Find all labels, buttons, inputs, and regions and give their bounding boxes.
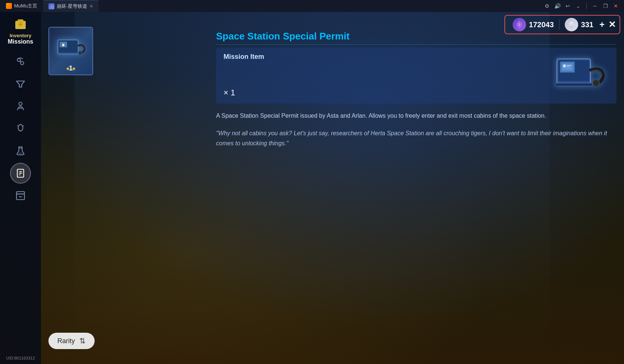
main-content: 📋 ★ ★ 1 Rarity ⇅ (41, 12, 624, 364)
rarity-filter-button[interactable]: Rarity ⇅ (48, 333, 95, 349)
relic-icon (15, 123, 26, 134)
svg-rect-1 (18, 19, 23, 22)
detail-device-icon (553, 51, 609, 100)
add-currency-button[interactable]: + (597, 19, 607, 30)
detail-panel: Space Station Special Permit Mission Ite… (209, 12, 624, 364)
restore-button[interactable]: ❐ (602, 2, 609, 10)
title-bar: MuMu主页 ☆ 崩坏·星穹铁道 ✕ ⚙ 🔊 ↩ ⌄ ─ ❐ ✕ (0, 0, 624, 12)
game-tab[interactable]: ☆ 崩坏·星穹铁道 ✕ (43, 0, 98, 12)
sidebar-nav: ! (10, 51, 31, 356)
item-image-area: 📋 (54, 31, 88, 64)
minimize-button[interactable]: ─ (591, 2, 599, 10)
detail-item-count: × 1 (224, 88, 235, 98)
material-icon (15, 145, 26, 156)
sidebar-item-archive[interactable] (10, 185, 31, 206)
sidebar-item-character[interactable] (10, 96, 31, 117)
app-tab[interactable]: MuMu主页 (0, 3, 43, 9)
sidebar-logo[interactable]: Inventory Missions (8, 16, 33, 45)
app-name: MuMu主页 (14, 3, 37, 9)
svg-point-10 (19, 152, 23, 154)
currency-divider (559, 19, 560, 30)
mission-icon: ! (15, 168, 26, 179)
currency-bar: 172043 331 + ✕ (504, 15, 620, 34)
uid-label: UID:801163312 (6, 356, 35, 364)
detail-description: A Space Station Special Permit issued by… (216, 111, 617, 121)
svg-point-37 (593, 80, 599, 86)
svg-rect-3 (20, 23, 21, 26)
svg-rect-35 (567, 65, 571, 66)
svg-rect-38 (555, 83, 592, 86)
stellar-jade-value: 172043 (529, 20, 554, 29)
detail-quote: "Why not all cabins you ask? Let's just … (216, 128, 617, 148)
backpack-icon (12, 16, 29, 32)
svg-rect-36 (567, 67, 570, 67)
detail-item-box: Mission Item × 1 (216, 48, 617, 104)
sort-icon: ⇅ (79, 336, 86, 345)
sidebar-item-link[interactable] (10, 51, 31, 72)
svg-point-28 (78, 51, 82, 55)
undo-icon[interactable]: ↩ (564, 2, 571, 10)
svg-point-5 (20, 61, 24, 65)
detail-item-type: Mission Item (224, 53, 264, 61)
sidebar-item-relic[interactable] (10, 118, 31, 139)
game-tab-icon: ☆ (48, 3, 54, 9)
window-controls: ⚙ 🔊 ↩ ⌄ ─ ❐ ✕ (543, 2, 624, 10)
rarity-label: Rarity (57, 337, 75, 345)
permit-device-icon: 📋 (54, 32, 88, 62)
sidebar: Inventory Missions (0, 12, 41, 364)
oneiric-shard-icon (565, 18, 578, 31)
sidebar-item-filter[interactable] (10, 73, 31, 94)
character-icon (15, 101, 26, 112)
stellar-jade-icon (513, 18, 526, 31)
items-panel: 📋 ★ ★ 1 Rarity ⇅ (41, 12, 209, 364)
sidebar-item-material[interactable] (10, 140, 31, 161)
svg-text:📋: 📋 (61, 43, 65, 47)
svg-text:!: ! (20, 170, 21, 175)
dropdown-icon[interactable]: ⌄ (574, 2, 582, 10)
missions-label: Missions (8, 38, 33, 45)
currency-close-button[interactable]: ✕ (608, 19, 616, 30)
tab-close-button[interactable]: ✕ (89, 4, 93, 9)
divider (586, 3, 587, 9)
close-button[interactable]: ✕ (612, 2, 620, 10)
svg-point-34 (563, 64, 566, 67)
oneiric-shard-value: 331 (581, 20, 593, 29)
link-icon (15, 56, 26, 67)
svg-point-23 (571, 22, 572, 24)
detail-item-image (553, 51, 609, 100)
volume-icon[interactable]: 🔊 (554, 2, 561, 10)
sidebar-item-mission[interactable]: ! (10, 163, 31, 184)
svg-line-6 (20, 61, 21, 62)
archive-icon (15, 190, 26, 201)
item-card-permit[interactable]: 📋 ★ ★ 1 (48, 27, 93, 75)
oneiric-shard-item: 331 (561, 18, 597, 31)
stellar-jade-item: 172043 (509, 18, 558, 31)
filter-icon (15, 78, 26, 89)
svg-point-22 (570, 26, 573, 28)
svg-point-8 (18, 124, 23, 131)
app-icon (6, 3, 12, 9)
game-tab-label: 崩坏·星穹铁道 (57, 3, 87, 10)
item-count: 1 (49, 64, 92, 72)
settings-icon[interactable]: ⚙ (543, 2, 551, 10)
inventory-label: Inventory (10, 33, 32, 38)
svg-point-7 (19, 102, 22, 105)
